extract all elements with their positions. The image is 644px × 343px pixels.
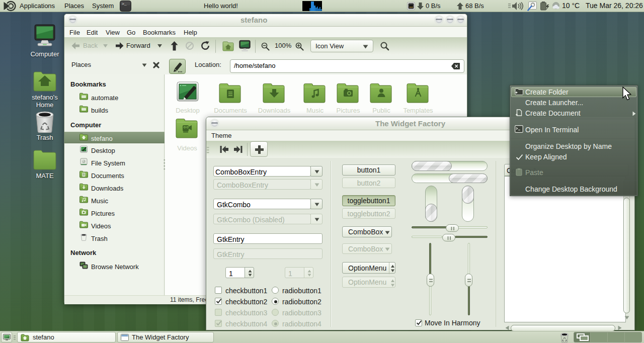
- svg-text:>_: >_: [122, 2, 127, 6]
